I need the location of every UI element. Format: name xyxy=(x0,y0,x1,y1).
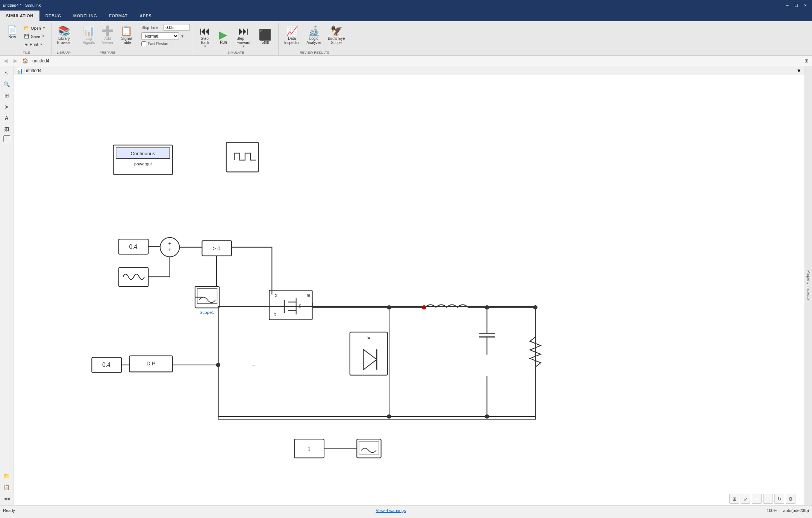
svg-text:m: m xyxy=(307,293,310,297)
print-button[interactable]: 🖨 Print ▼ xyxy=(21,41,48,48)
step-forward-icon: ⏭ xyxy=(238,26,249,36)
status-right: 100% auto(ode23tb) xyxy=(767,508,809,513)
model-browser-tool[interactable]: 📁 xyxy=(2,471,12,481)
svg-text:D      P: D P xyxy=(147,360,156,367)
ribbon-prepare-items: 📊 LogSignals ➕ AddViewer 📋 SignalTable xyxy=(80,24,135,50)
expand-button[interactable]: ⊞ xyxy=(802,57,810,65)
property-inspector-label: Property Inspector xyxy=(806,270,810,301)
ribbon-group-prepare: 📊 LogSignals ➕ AddViewer 📋 SignalTable P… xyxy=(77,23,139,55)
ribbon-group-simulate: ⏮ StepBack ▼ ▶ Run ⏭ StepForward ▼ ⬛ Sto… xyxy=(193,23,279,55)
logic-analyzer-icon: 🔬 xyxy=(308,26,320,36)
canvas-area[interactable]: 📊 untitled4 ▼ Continuous powergui 0.4 xyxy=(14,66,804,505)
ribbon-file-actions: 📂 Open ▼ 💾 Save ▼ 🖨 Print ▼ xyxy=(21,24,48,48)
warnings-status[interactable]: View 4 warnings xyxy=(376,508,406,513)
ribbon-sim-config: Stop Time Normal Accelerator Rapid Accel… xyxy=(138,23,193,55)
forward-button[interactable]: ▶ xyxy=(11,57,20,65)
zoom-in-canvas-button[interactable]: + xyxy=(763,494,773,504)
step-back-label: StepBack xyxy=(201,36,209,45)
main-tabs: SIMULATION DEBUG MODELING FORMAT APPS xyxy=(0,11,812,21)
data-inspector-button[interactable]: 📈 DataInspector xyxy=(282,24,302,47)
tab-debug[interactable]: DEBUG xyxy=(39,11,67,21)
model-props-tool[interactable]: 📋 xyxy=(2,482,12,492)
library-browser-button[interactable]: 📚 LibraryBrowser xyxy=(55,24,74,47)
image-tool[interactable]: 🖼 xyxy=(2,124,12,135)
canvas-settings-button[interactable]: ⚙ xyxy=(786,494,795,504)
model-title-text: untitled4 xyxy=(24,68,41,73)
left-sidebar: ↖ 🔍 ⊞ ➤ A 🖼 📁 📋 ◀◀ xyxy=(0,66,14,505)
window-controls: ─ ❐ ✕ xyxy=(783,2,809,9)
svg-point-47 xyxy=(485,414,489,418)
close-button[interactable]: ✕ xyxy=(801,2,809,9)
sim-mode-row: Normal Accelerator Rapid Accelerator ▼ xyxy=(141,32,190,40)
restore-button[interactable]: ❐ xyxy=(792,2,800,9)
svg-text:powergui: powergui xyxy=(134,162,151,166)
port-values-tool[interactable]: ➤ xyxy=(2,101,12,112)
ribbon-library-items: 📚 LibraryBrowser xyxy=(55,24,74,50)
window-title: untitled4 * - Simulink xyxy=(3,3,41,8)
model-dropdown-btn[interactable]: ▼ xyxy=(796,68,801,74)
ribbon-group-review: 📈 DataInspector 🔬 LogicAnalyzer 🦅 Bird's… xyxy=(279,23,350,55)
minimize-button[interactable]: ─ xyxy=(783,2,791,9)
run-icon: ▶ xyxy=(219,30,227,40)
log-signals-button[interactable]: 📊 LogSignals xyxy=(80,24,98,47)
workspace: ↖ 🔍 ⊞ ➤ A 🖼 📁 📋 ◀◀ 📊 untitled4 ▼ Continu… xyxy=(0,66,812,505)
open-dropdown-icon: ▼ xyxy=(42,26,45,30)
stop-time-input[interactable] xyxy=(164,24,190,31)
rotate-button[interactable]: ↻ xyxy=(774,494,784,504)
zoom-level: 100% xyxy=(767,508,777,513)
mode-expand-icon: ▼ xyxy=(180,34,184,38)
new-button[interactable]: 📄 New xyxy=(5,24,20,41)
add-viewer-button[interactable]: ➕ AddViewer xyxy=(99,24,116,47)
grid-button[interactable]: ⊞ xyxy=(729,494,739,504)
fit-all-button[interactable]: ⤢ xyxy=(741,494,750,504)
property-inspector-panel[interactable]: Property Inspector xyxy=(804,66,812,505)
run-button[interactable]: ▶ Run xyxy=(215,28,232,46)
step-forward-button[interactable]: ⏭ StepForward ▼ xyxy=(233,24,254,50)
svg-text:+: + xyxy=(168,247,171,253)
select-tool[interactable]: ↖ xyxy=(2,68,12,78)
stop-icon: ⬛ xyxy=(259,30,272,40)
zoom-out-canvas-button[interactable]: − xyxy=(752,494,762,504)
tab-apps[interactable]: APPS xyxy=(133,11,158,21)
solver-status: auto(ode23tb) xyxy=(783,508,809,513)
svg-text:E: E xyxy=(367,335,370,339)
library-browser-icon: 📚 xyxy=(58,26,70,36)
svg-point-45 xyxy=(387,305,391,309)
svg-text:D: D xyxy=(274,313,276,317)
signal-table-icon: 📋 xyxy=(120,26,132,36)
status-bar: Ready View 4 warnings 100% auto(ode23tb) xyxy=(0,505,812,515)
bottom-right-tools: ⊞ ⤢ − + ↻ ⚙ xyxy=(729,494,795,504)
home-button[interactable]: 🏠 xyxy=(21,57,29,65)
tab-modeling[interactable]: MODELING xyxy=(67,11,103,21)
birds-eye-scope-button[interactable]: 🦅 Bird's-EyeScope xyxy=(325,24,347,47)
stop-label: Stop xyxy=(261,40,269,44)
text-tool[interactable]: A xyxy=(2,113,12,123)
svg-rect-63 xyxy=(359,441,379,454)
zoom-in-tool[interactable]: 🔍 xyxy=(2,79,12,89)
new-icon: 📄 xyxy=(7,26,17,34)
review-group-label: REVIEW RESULTS xyxy=(300,50,329,55)
fast-restart-row[interactable]: Fast Restart xyxy=(141,41,190,46)
open-button[interactable]: 📂 Open ▼ xyxy=(21,24,48,32)
svg-rect-5 xyxy=(226,142,259,172)
sim-mode-select[interactable]: Normal Accelerator Rapid Accelerator xyxy=(141,32,179,40)
back-button[interactable]: ◀ xyxy=(2,57,10,65)
tab-format[interactable]: FORMAT xyxy=(103,11,133,21)
fast-restart-checkbox[interactable] xyxy=(141,41,146,46)
ribbon-simulate-items: ⏮ StepBack ▼ ▶ Run ⏭ StepForward ▼ ⬛ Sto… xyxy=(196,24,275,50)
stop-button[interactable]: ⬛ Stop xyxy=(255,28,275,46)
open-icon: 📂 xyxy=(24,26,29,30)
save-button[interactable]: 💾 Save ▼ xyxy=(21,32,48,40)
logic-analyzer-button[interactable]: 🔬 LogicAnalyzer xyxy=(304,24,324,47)
svg-point-58 xyxy=(216,363,220,367)
collapse-sidebar-tool[interactable]: ◀◀ xyxy=(2,493,12,504)
fit-tool[interactable]: ⊞ xyxy=(2,90,12,101)
simulink-diagram[interactable]: Continuous powergui 0.4 + + > 0 xyxy=(14,75,804,505)
birds-eye-scope-icon: 🦅 xyxy=(330,26,342,36)
data-inspector-icon: 📈 xyxy=(286,26,298,36)
shape-tool[interactable] xyxy=(3,135,10,142)
ribbon-group-file: 📄 New 📂 Open ▼ 💾 Save ▼ 🖨 Print xyxy=(2,23,52,55)
step-back-button[interactable]: ⏮ StepBack ▼ xyxy=(196,24,214,50)
tab-simulation[interactable]: SIMULATION xyxy=(0,11,39,21)
signal-table-button[interactable]: 📋 SignalTable xyxy=(118,24,135,47)
